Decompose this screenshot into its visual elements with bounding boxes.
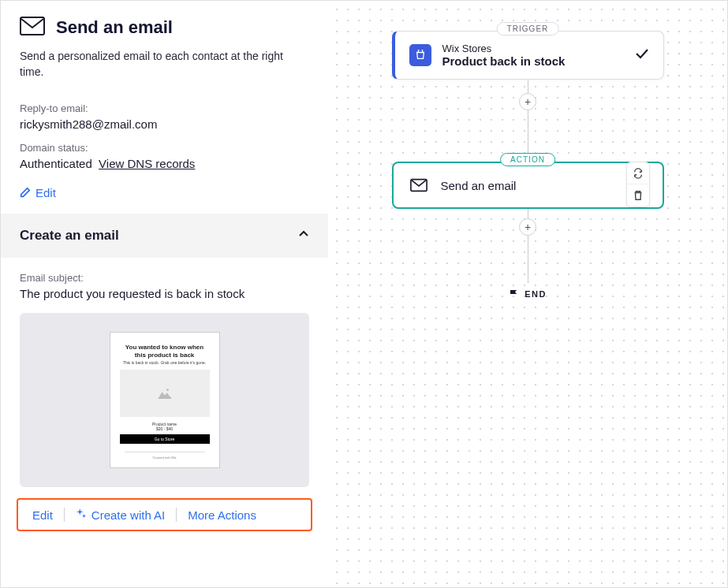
email-content-section: Email subject: The product you requested… [1, 258, 328, 487]
accordion-title: Create an email [20, 228, 119, 244]
separator [176, 508, 177, 522]
preview-cta: Go to Store [120, 434, 210, 444]
sparkle-icon [76, 508, 87, 522]
separator [64, 508, 65, 522]
action-node-wrap: ACTION Send an email [392, 162, 664, 209]
panel-header: Send an email Send a personalized email … [1, 1, 328, 93]
end-label: END [525, 289, 547, 299]
action-text: Send an email [441, 179, 623, 192]
envelope-icon [20, 17, 45, 39]
more-actions-label: More Actions [188, 508, 256, 522]
trigger-badge: TRIGGER [497, 22, 559, 35]
edit-sender-button[interactable]: Edit [20, 186, 56, 199]
flow-canvas[interactable]: TRIGGER Wix Stores Product back in stock… [328, 1, 727, 587]
trigger-event: Product back in stock [442, 54, 624, 68]
preview-footer: Created with Wix [114, 456, 216, 460]
edit-email-button[interactable]: Edit [28, 508, 53, 522]
delete-button[interactable] [627, 184, 649, 207]
domain-status-text: Authenticated [20, 157, 92, 170]
chevron-up-icon [298, 229, 309, 243]
action-node[interactable]: Send an email [392, 162, 664, 209]
node-tools [626, 162, 650, 207]
view-dns-link[interactable]: View DNS records [99, 157, 195, 170]
panel-description: Send a personalized email to each contac… [20, 48, 309, 80]
add-step-button[interactable]: + [519, 93, 536, 110]
svg-rect-0 [21, 17, 44, 35]
automation-flow: TRIGGER Wix Stores Product back in stock… [328, 31, 727, 299]
image-placeholder-icon [120, 370, 210, 417]
preview-headline: You wanted to know when this product is … [114, 341, 216, 360]
create-ai-label: Create with AI [91, 508, 165, 522]
bottom-actions-bar: Edit Create with AI More Actions [17, 498, 312, 531]
connector: + [528, 80, 528, 124]
wix-stores-icon [409, 44, 431, 66]
domain-status-value: Authenticated View DNS records [20, 157, 309, 170]
create-email-accordion[interactable]: Create an email [1, 214, 328, 258]
action-badge: ACTION [500, 153, 555, 166]
trigger-node-wrap: TRIGGER Wix Stores Product back in stock [392, 31, 664, 80]
action-title: Send an email [441, 179, 623, 192]
trigger-source: Wix Stores [442, 43, 624, 54]
connector: + [528, 209, 528, 245]
trigger-text: Wix Stores Product back in stock [442, 43, 624, 68]
subject-label: Email subject: [20, 272, 309, 284]
edit-sender-label: Edit [35, 186, 56, 199]
config-panel: Send an email Send a personalized email … [1, 1, 328, 587]
connector [528, 245, 528, 283]
preview-subtext: This is back in stock. Grab one before i… [114, 360, 216, 365]
subject-value: The product you requested is back in sto… [20, 287, 309, 300]
check-icon [635, 48, 649, 62]
trigger-node[interactable]: Wix Stores Product back in stock [392, 31, 664, 80]
create-with-ai-button[interactable]: Create with AI [76, 508, 165, 522]
add-step-button[interactable]: + [519, 218, 536, 236]
svg-point-1 [166, 389, 169, 392]
refresh-button[interactable] [627, 162, 649, 184]
more-actions-button[interactable]: More Actions [188, 508, 256, 522]
end-marker: END [509, 289, 547, 299]
flag-icon [509, 289, 518, 299]
reply-to-label: Reply-to email: [20, 102, 309, 114]
reply-to-value: rickysmith288@zmail.com [20, 117, 309, 131]
sender-details: Reply-to email: rickysmith288@zmail.com … [1, 93, 328, 207]
preview-product-info: Product name$20 - $40 [114, 422, 216, 431]
email-preview: You wanted to know when this product is … [20, 313, 309, 487]
email-preview-card: You wanted to know when this product is … [110, 332, 220, 468]
domain-status-label: Domain status: [20, 142, 309, 154]
envelope-icon [408, 174, 430, 196]
pencil-icon [20, 187, 31, 198]
panel-title: Send an email [56, 17, 173, 38]
edit-email-label: Edit [32, 508, 53, 522]
